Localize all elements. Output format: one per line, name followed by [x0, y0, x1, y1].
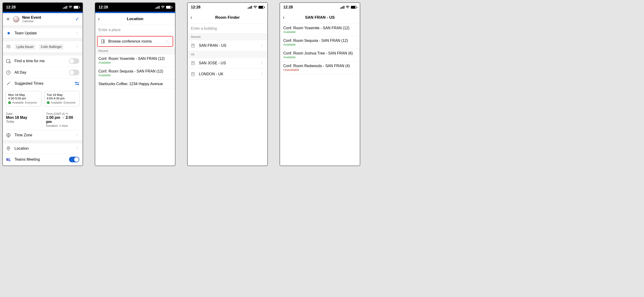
- screen-new-event: 12:28 ✕ New Event Calendar ✓ Team Update…: [2, 2, 83, 166]
- place-search-input[interactable]: Enter a place: [95, 25, 175, 35]
- check-circle-icon: ✓: [8, 101, 11, 104]
- header-subtitle: Calendar: [22, 20, 72, 23]
- chevron-right-icon: 〉: [261, 44, 264, 48]
- status-bar: 12:28: [280, 3, 360, 12]
- building-name: SAN FRAN - US: [199, 44, 226, 48]
- find-time-label: Find a time for me: [14, 59, 45, 63]
- room-status: Unavailable: [283, 68, 356, 72]
- status-bar: 12:28: [95, 3, 175, 12]
- teams-label: Teams Meeting: [14, 158, 40, 162]
- svg-rect-37: [193, 74, 193, 74]
- room-name: Conf. Room Redwoods - SAN FRAN (4): [283, 64, 356, 68]
- time-start: 1:00 pm: [46, 116, 60, 120]
- section-all: All: [188, 51, 268, 58]
- room-status: Available: [283, 43, 356, 46]
- battery-icon: [74, 6, 79, 9]
- timezone-label: Time Zone: [14, 133, 32, 137]
- recent-room-item[interactable]: Conf. Room Sequoia - SAN FRAN (12) Avail…: [95, 67, 175, 80]
- svg-rect-36: [192, 74, 192, 74]
- nav-header: ‹ Location: [95, 13, 175, 25]
- suggested-slot-card[interactable]: Tue 19 May 4:00-4:30 pm ✓Available: Ever…: [44, 91, 80, 106]
- building-item[interactable]: SAN FRAN - US 〉: [188, 40, 268, 51]
- svg-line-4: [10, 63, 10, 63]
- room-name: Conf. Room Sequoia - SAN FRAN (12): [98, 69, 172, 74]
- status-icons: [340, 6, 356, 9]
- svg-rect-21: [194, 44, 194, 45]
- room-status: Available: [283, 30, 356, 34]
- location-pin-icon: [6, 146, 11, 151]
- chevron-right-icon: 〉: [261, 72, 264, 76]
- calendar-search-icon: [6, 59, 11, 64]
- header-title: New Event: [22, 16, 72, 20]
- building-search-input[interactable]: Enter a building: [188, 24, 268, 34]
- chevron-right-icon: 〉: [166, 39, 169, 44]
- event-header: ✕ New Event Calendar ✓: [3, 13, 82, 26]
- svg-rect-16: [104, 40, 104, 43]
- chevron-right-icon: 〉: [261, 61, 264, 65]
- status-time: 12:28: [283, 5, 293, 9]
- room-item[interactable]: Conf. Room Sequoia - SAN FRAN (12) Avail…: [280, 36, 360, 49]
- svg-point-0: [7, 45, 8, 46]
- status-time: 12:28: [191, 5, 200, 9]
- svg-point-14: [9, 158, 10, 159]
- suggested-times-row[interactable]: Suggested Times: [3, 78, 82, 89]
- room-item[interactable]: Conf. Room Yosemite - SAN FRAN (12) Avai…: [280, 24, 360, 36]
- timezone-row[interactable]: Time Zone 〉: [3, 130, 82, 140]
- suggested-slot-card[interactable]: Mon 18 May 4:30-5:00 pm ✓Available: Ever…: [6, 91, 42, 106]
- screen-location: 12:28 ‹ Location Enter a place Browse co…: [95, 2, 176, 166]
- chevron-right-icon: 〉: [76, 45, 79, 49]
- location-row[interactable]: Location 〉: [3, 143, 82, 154]
- attendee-chip[interactable]: Colin Ballinger: [39, 44, 64, 50]
- attendee-chip[interactable]: Lydia Bauer: [14, 44, 36, 50]
- svg-rect-26: [192, 62, 192, 62]
- close-icon[interactable]: ✕: [6, 16, 10, 22]
- building-item[interactable]: SAN JOSE - US 〉: [188, 58, 268, 69]
- svg-rect-24: [194, 45, 194, 46]
- signal-icon: [155, 6, 160, 9]
- svg-rect-35: [194, 73, 194, 74]
- room-item[interactable]: Conf. Room Joshua Tree - SAN FRAN (6) Av…: [280, 49, 360, 62]
- all-day-toggle[interactable]: [69, 70, 79, 75]
- card-time: 4:30-5:00 pm: [8, 96, 39, 100]
- browse-label: Browse conference rooms: [108, 39, 152, 44]
- card-time: 4:00-4:30 pm: [47, 96, 78, 100]
- status-icons: [155, 6, 172, 9]
- recent-place-item[interactable]: Starbucks Coffee: 1234 Happy Avenue: [95, 80, 175, 89]
- teams-meeting-row[interactable]: T Teams Meeting: [3, 154, 82, 165]
- chevron-right-icon: 〉: [76, 31, 79, 35]
- event-title-row[interactable]: Team Update 〉: [3, 28, 82, 38]
- signal-icon: [248, 6, 252, 9]
- svg-rect-23: [193, 45, 193, 46]
- browse-conference-rooms-button[interactable]: Browse conference rooms 〉: [97, 36, 173, 47]
- place-name: Starbucks Coffee: 1234 Happy Avenue: [98, 82, 172, 86]
- recent-room-item[interactable]: Conf. Room Yosemite - SAN FRAN (12) Avai…: [95, 54, 175, 67]
- timezone-edit-icon: ✎: [66, 112, 68, 116]
- date-time-row[interactable]: Date Mon 18 May Today Time (GMT-4) ✎ 1:0…: [3, 110, 82, 130]
- suggested-cards: Mon 18 May 4:30-5:00 pm ✓Available: Ever…: [3, 89, 82, 110]
- confirm-check-icon[interactable]: ✓: [75, 16, 79, 22]
- find-time-row[interactable]: Find a time for me: [3, 56, 82, 67]
- svg-point-9: [78, 84, 78, 85]
- all-day-row[interactable]: All Day: [3, 67, 82, 78]
- filter-icon[interactable]: [74, 82, 79, 85]
- find-time-toggle[interactable]: [69, 58, 79, 64]
- building-icon: [191, 44, 196, 48]
- svg-rect-31: [194, 63, 194, 64]
- card-date: Mon 18 May: [8, 93, 39, 96]
- room-item[interactable]: Conf. Room Redwoods - SAN FRAN (4) Unava…: [280, 62, 360, 74]
- section-recent: Recent: [95, 48, 175, 54]
- page-title: SAN FRAN - US: [283, 15, 357, 20]
- teams-toggle[interactable]: [69, 157, 79, 162]
- screen-building-rooms: 12:28 ‹ SAN FRAN - US Conf. Room Yosemit…: [280, 2, 360, 166]
- page-title: Room Finder: [190, 15, 264, 20]
- date-value: Mon 18 May: [6, 116, 39, 120]
- globe-icon: [6, 133, 11, 138]
- wifi-icon: [161, 6, 165, 9]
- wifi-icon: [68, 6, 72, 9]
- svg-rect-15: [102, 40, 104, 43]
- building-item[interactable]: LONDON - UK 〉: [188, 69, 268, 80]
- status-time: 12:28: [6, 5, 16, 9]
- check-circle-icon: ✓: [47, 101, 50, 104]
- attendees-row[interactable]: Lydia Bauer Colin Ballinger 〉: [3, 41, 82, 52]
- battery-icon: [166, 6, 172, 9]
